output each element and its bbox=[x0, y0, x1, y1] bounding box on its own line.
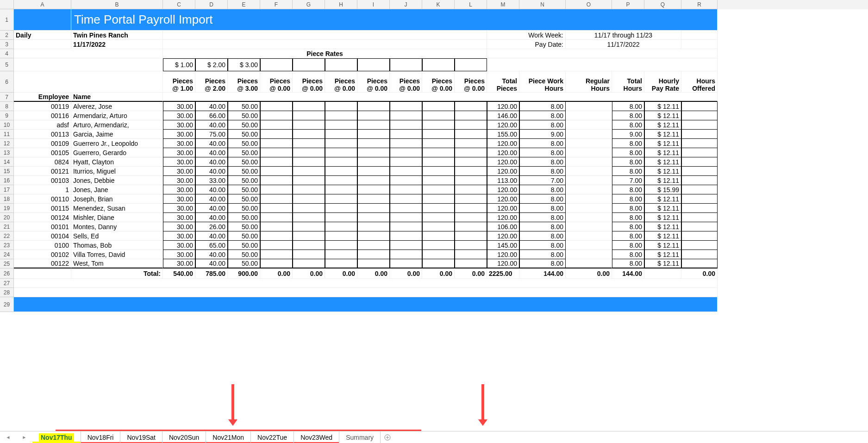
piecework-hours[interactable]: 8.00 bbox=[519, 167, 566, 176]
row-header-12[interactable]: 12 bbox=[0, 139, 14, 148]
row-header-17[interactable]: 17 bbox=[0, 185, 14, 194]
row-header-21[interactable]: 21 bbox=[0, 222, 14, 231]
total-hours[interactable]: 8.00 bbox=[612, 185, 644, 194]
pieces-cell[interactable] bbox=[325, 120, 357, 130]
pieces-cell[interactable] bbox=[293, 213, 325, 222]
total-hours[interactable]: 8.00 bbox=[612, 167, 644, 176]
pieces-cell[interactable] bbox=[422, 111, 455, 120]
pieces-cell[interactable] bbox=[422, 222, 455, 231]
pieces-cell[interactable] bbox=[390, 130, 422, 139]
col-header-D[interactable]: D bbox=[195, 0, 228, 9]
pieces-cell[interactable]: 40.00 bbox=[195, 120, 228, 130]
employee-id[interactable]: 00122 bbox=[14, 259, 71, 268]
row-header-8[interactable]: 8 bbox=[0, 102, 14, 111]
pieces-cell[interactable]: 30.00 bbox=[163, 250, 195, 259]
pieces-cell[interactable] bbox=[390, 176, 422, 185]
employee-name[interactable]: Garcia, Jaime bbox=[71, 130, 163, 139]
regular-hours[interactable] bbox=[566, 157, 612, 167]
select-all-corner[interactable] bbox=[0, 0, 14, 9]
pieces-cell[interactable] bbox=[325, 167, 357, 176]
pieces-cell[interactable] bbox=[260, 111, 293, 120]
employee-id[interactable]: 0100 bbox=[14, 241, 71, 250]
pieces-cell[interactable] bbox=[293, 231, 325, 241]
pieces-cell[interactable] bbox=[455, 111, 487, 120]
pieces-cell[interactable]: 50.00 bbox=[228, 185, 260, 194]
pieces-cell[interactable] bbox=[422, 241, 455, 250]
pay-rate[interactable]: $ 12.11 bbox=[644, 167, 681, 176]
pieces-cell[interactable]: 30.00 bbox=[163, 148, 195, 157]
pieces-cell[interactable]: 50.00 bbox=[228, 148, 260, 157]
pieces-cell[interactable] bbox=[390, 194, 422, 204]
tab-nav-prev-icon[interactable]: ◄ bbox=[6, 435, 11, 440]
total-pieces[interactable]: 145.00 bbox=[487, 241, 519, 250]
total-pieces[interactable]: 120.00 bbox=[487, 259, 519, 268]
regular-hours[interactable] bbox=[566, 231, 612, 241]
pieces-cell[interactable] bbox=[390, 222, 422, 231]
pieces-cell[interactable] bbox=[422, 185, 455, 194]
pieces-cell[interactable] bbox=[357, 139, 390, 148]
pieces-cell[interactable] bbox=[390, 241, 422, 250]
piecework-hours[interactable]: 8.00 bbox=[519, 102, 566, 111]
pieces-cell[interactable] bbox=[422, 130, 455, 139]
pieces-cell[interactable] bbox=[390, 139, 422, 148]
pieces-cell[interactable]: 50.00 bbox=[228, 139, 260, 148]
total-hours[interactable]: 8.00 bbox=[612, 148, 644, 157]
pieces-cell[interactable] bbox=[422, 250, 455, 259]
total-pieces[interactable]: 146.00 bbox=[487, 111, 519, 120]
pieces-cell[interactable] bbox=[260, 241, 293, 250]
pieces-cell[interactable]: 50.00 bbox=[228, 231, 260, 241]
pieces-cell[interactable]: 40.00 bbox=[195, 185, 228, 194]
pieces-cell[interactable]: 40.00 bbox=[195, 231, 228, 241]
row-header-13[interactable]: 13 bbox=[0, 148, 14, 157]
pieces-cell[interactable]: 30.00 bbox=[163, 194, 195, 204]
pieces-cell[interactable]: 40.00 bbox=[195, 250, 228, 259]
pieces-cell[interactable] bbox=[357, 204, 390, 213]
employee-name[interactable]: Mishler, Diane bbox=[71, 213, 163, 222]
employee-name[interactable]: Hyatt, Clayton bbox=[71, 157, 163, 167]
pieces-cell[interactable] bbox=[260, 130, 293, 139]
pieces-cell[interactable] bbox=[357, 120, 390, 130]
pay-rate[interactable]: $ 12.11 bbox=[644, 148, 681, 157]
employee-id[interactable]: 00103 bbox=[14, 176, 71, 185]
pieces-cell[interactable] bbox=[455, 222, 487, 231]
regular-hours[interactable] bbox=[566, 185, 612, 194]
pieces-cell[interactable] bbox=[293, 259, 325, 268]
pieces-cell[interactable] bbox=[260, 176, 293, 185]
pieces-cell[interactable] bbox=[455, 157, 487, 167]
pieces-cell[interactable] bbox=[455, 120, 487, 130]
total-pieces[interactable]: 120.00 bbox=[487, 213, 519, 222]
pieces-cell[interactable] bbox=[325, 139, 357, 148]
total-pieces[interactable]: 113.00 bbox=[487, 176, 519, 185]
pieces-cell[interactable]: 30.00 bbox=[163, 139, 195, 148]
hours-offered[interactable] bbox=[681, 194, 718, 204]
total-hours[interactable]: 8.00 bbox=[612, 139, 644, 148]
pieces-cell[interactable] bbox=[455, 250, 487, 259]
piecework-hours[interactable]: 8.00 bbox=[519, 250, 566, 259]
pieces-cell[interactable]: 40.00 bbox=[195, 194, 228, 204]
hours-offered[interactable] bbox=[681, 139, 718, 148]
total-pieces[interactable]: 155.00 bbox=[487, 130, 519, 139]
row-header-9[interactable]: 9 bbox=[0, 111, 14, 120]
col-header-H[interactable]: H bbox=[325, 0, 357, 9]
total-hours[interactable]: 8.00 bbox=[612, 120, 644, 130]
row-header-19[interactable]: 19 bbox=[0, 204, 14, 213]
col-header-E[interactable]: E bbox=[228, 0, 260, 9]
pieces-cell[interactable]: 50.00 bbox=[228, 241, 260, 250]
pieces-cell[interactable] bbox=[422, 120, 455, 130]
employee-name[interactable]: Iturrios, Miguel bbox=[71, 167, 163, 176]
employee-name[interactable]: Guerrero Jr., Leopoldo bbox=[71, 139, 163, 148]
piecework-hours[interactable]: 8.00 bbox=[519, 185, 566, 194]
piecework-hours[interactable]: 8.00 bbox=[519, 111, 566, 120]
pieces-cell[interactable]: 30.00 bbox=[163, 176, 195, 185]
sheet-tab-Nov23Wed[interactable]: Nov23Wed bbox=[294, 431, 339, 443]
employee-id[interactable]: 00116 bbox=[14, 111, 71, 120]
pieces-cell[interactable] bbox=[260, 231, 293, 241]
employee-name[interactable]: West, Tom bbox=[71, 259, 163, 268]
employee-id[interactable]: 00105 bbox=[14, 148, 71, 157]
pieces-cell[interactable] bbox=[325, 130, 357, 139]
col-header-L[interactable]: L bbox=[455, 0, 487, 9]
pay-rate[interactable]: $ 12.11 bbox=[644, 259, 681, 268]
piecework-hours[interactable]: 8.00 bbox=[519, 259, 566, 268]
sheet-tab-Nov21Mon[interactable]: Nov21Mon bbox=[206, 431, 251, 443]
col-header-B[interactable]: B bbox=[71, 0, 163, 9]
